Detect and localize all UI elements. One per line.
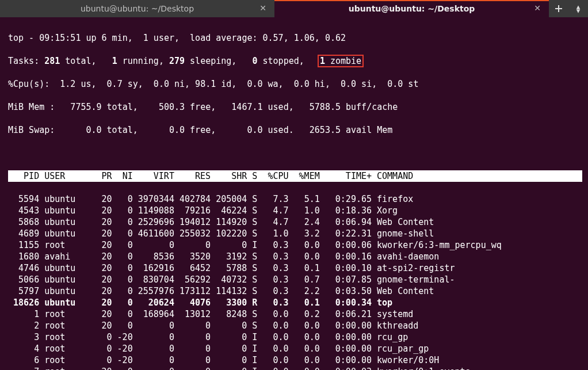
col-pr: PR — [91, 170, 112, 182]
titlebar: ubuntu@ubuntu: ~/Desktop ✕ ubuntu@ubuntu… — [0, 0, 588, 17]
process-row: 6 root0-20000I0.00.00:00.00kworker/0:0H — [8, 354, 582, 366]
process-row: 5594 ubuntu2003970344402784205004S7.35.1… — [8, 193, 582, 205]
col-virt: VIRT — [133, 170, 174, 182]
tasks-label: Tasks: — [8, 56, 39, 66]
col-cpu: %CPU — [257, 170, 288, 182]
process-row: 1155 root200000I0.30.00:00.06kworker/6:3… — [8, 239, 582, 251]
zombie-highlight: 1 zombie — [318, 55, 364, 67]
mem-values: 7755.9 total, 500.3 free, 1467.1 used, 5… — [55, 102, 398, 112]
tasks-running: 1 — [112, 56, 123, 66]
process-row: 1680 avahi200853635203192S0.30.00:00.16a… — [8, 251, 582, 262]
blank-line — [8, 147, 582, 159]
swap-values: 0.0 total, 0.0 free, 0.0 used. 2653.5 av… — [55, 125, 392, 135]
tasks-total-label: total, — [65, 56, 112, 66]
plus-icon — [554, 4, 563, 13]
terminal-window: ubuntu@ubuntu: ~/Desktop ✕ ubuntu@ubuntu… — [0, 0, 588, 370]
process-row: 3 root0-20000I0.00.00:00.00rcu_gp — [8, 331, 582, 343]
tasks-zombie-label: zombie — [330, 56, 361, 66]
cpu-label: %Cpu(s): — [8, 79, 49, 89]
col-ni: NI — [112, 170, 133, 182]
tasks-total: 281 — [39, 56, 65, 66]
tasks-stopped: 0 — [252, 56, 262, 66]
tab-active[interactable]: ubuntu@ubuntu: ~/Desktop ✕ — [274, 0, 549, 17]
terminal-output[interactable]: top - 09:15:51 up 6 min, 1 user, load av… — [0, 17, 588, 370]
process-row: 4689 ubuntu2004611600255032102220S1.03.2… — [8, 228, 582, 239]
process-row: 5868 ubuntu2002529696194012114920S4.72.4… — [8, 216, 582, 228]
tab-inactive[interactable]: ubuntu@ubuntu: ~/Desktop ✕ — [0, 0, 274, 17]
close-icon[interactable]: ✕ — [259, 3, 266, 13]
new-tab-button[interactable] — [549, 0, 568, 17]
process-row: 4746 ubuntu20016291664525788S0.30.10:00.… — [8, 262, 582, 274]
col-time: TIME+ — [320, 170, 372, 182]
process-list: 5594 ubuntu2003970344402784205004S7.35.1… — [8, 193, 582, 370]
process-row: 4543 ubuntu20011490887921646224S4.71.00:… — [8, 205, 582, 216]
tasks-sleeping-label: sleeping, — [190, 56, 252, 66]
active-tab-indicator — [274, 0, 549, 1]
summary-line-cpu: %Cpu(s): 1.2 us, 0.7 sy, 0.0 ni, 98.1 id… — [8, 78, 582, 90]
process-header-row: PID USERPRNIVIRTRESSHRS%CPU%MEMTIME+COMM… — [8, 170, 582, 182]
tasks-running-label: running, — [123, 56, 169, 66]
process-row: 4 root0-20000I0.00.00:00.00rcu_par_gp — [8, 343, 582, 354]
col-res: RES — [174, 170, 211, 182]
tasks-zombie: 1 — [320, 56, 330, 66]
process-row: 2 root200000S0.00.00:00.00kthreadd — [8, 320, 582, 331]
process-row: 5797 ubuntu2002557976173112114132S0.32.2… — [8, 285, 582, 297]
mem-label: MiB Mem : — [8, 102, 55, 112]
cpu-values: 1.2 us, 0.7 sy, 0.0 ni, 98.1 id, 0.0 wa,… — [49, 79, 418, 89]
tab-inactive-title: ubuntu@ubuntu: ~/Desktop — [81, 4, 194, 13]
col-s: S — [247, 170, 257, 182]
process-row: 18626 ubuntu2002062440763300R0.30.10:00.… — [8, 297, 582, 308]
process-row: 1 root200168964130128248S0.00.20:06.21sy… — [8, 308, 582, 320]
summary-line-swap: MiB Swap: 0.0 total, 0.0 free, 0.0 used.… — [8, 124, 582, 136]
summary-line-tasks: Tasks: 281 total, 1 running, 279 sleepin… — [8, 55, 582, 67]
tab-active-title: ubuntu@ubuntu: ~/Desktop — [349, 4, 475, 13]
summary-line-uptime: top - 09:15:51 up 6 min, 1 user, load av… — [8, 32, 582, 44]
col-cmd: COMMAND — [372, 170, 413, 182]
swap-label: MiB Swap: — [8, 125, 55, 135]
tasks-sleeping: 279 — [169, 56, 190, 66]
col-shr: SHR — [211, 170, 247, 182]
process-row: 5066 ubuntu2008307045629240732S0.30.70:0… — [8, 274, 582, 285]
col-user: USER — [44, 170, 91, 182]
tasks-stopped-label: stopped, — [263, 56, 320, 66]
summary-line-mem: MiB Mem : 7755.9 total, 500.3 free, 1467… — [8, 101, 582, 113]
process-row: 7 root200000I0.00.00:00.03kworker/0:1-ev… — [8, 366, 582, 370]
tab-menu-button[interactable]: ▴▾ — [568, 0, 588, 17]
close-icon[interactable]: ✕ — [534, 3, 541, 13]
col-mem: %MEM — [289, 170, 320, 182]
chevron-up-down-icon: ▴▾ — [576, 5, 581, 13]
col-pid: PID — [8, 170, 39, 182]
